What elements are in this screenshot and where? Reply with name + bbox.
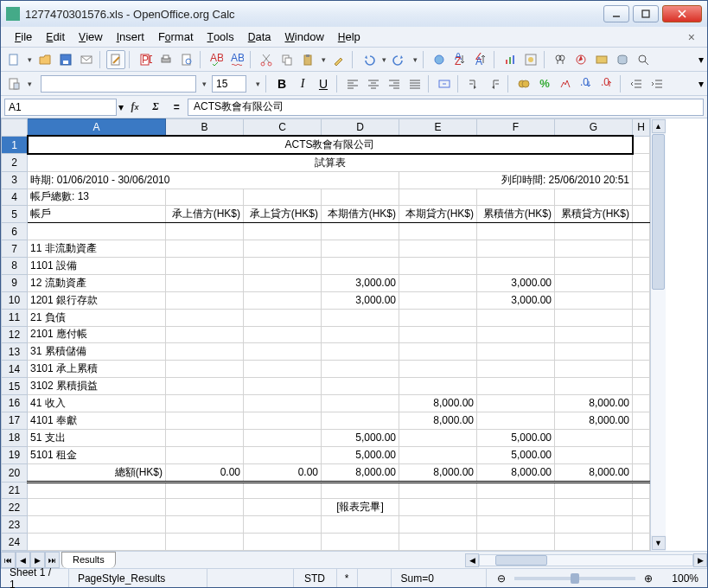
cell[interactable]: 3101 承上累積: [28, 361, 166, 378]
email-icon[interactable]: [77, 50, 96, 69]
cell[interactable]: 3,000.00: [322, 291, 399, 309]
cell[interactable]: 0.00: [244, 463, 322, 482]
cell[interactable]: 31 累積儲備: [28, 343, 166, 361]
paste-icon[interactable]: [298, 50, 317, 69]
percent-icon[interactable]: %: [535, 74, 554, 93]
cell[interactable]: 3,000.00: [322, 274, 399, 291]
cell[interactable]: [322, 309, 399, 326]
cell[interactable]: [555, 446, 633, 463]
cell[interactable]: [322, 412, 399, 429]
cell[interactable]: [244, 309, 322, 326]
col-header-F[interactable]: F: [477, 119, 555, 137]
formatbar-overflow[interactable]: ▾: [698, 78, 704, 90]
cell[interactable]: [244, 361, 322, 378]
cell[interactable]: 4101 奉獻: [28, 412, 166, 429]
cell[interactable]: 8,000.00: [555, 463, 633, 482]
row-header[interactable]: 13: [2, 343, 28, 361]
navigator-icon[interactable]: [571, 50, 590, 69]
cell[interactable]: 8,000.00: [399, 412, 477, 429]
copy-icon[interactable]: [277, 50, 297, 69]
cell[interactable]: [166, 309, 244, 326]
name-box[interactable]: [4, 99, 117, 116]
paintbrush-icon[interactable]: [329, 50, 348, 69]
standard-format-icon[interactable]: [556, 74, 575, 93]
cell[interactable]: 3,000.00: [477, 291, 555, 309]
sort-desc-icon[interactable]: ZA: [471, 50, 490, 69]
tab-next-icon[interactable]: ▶: [30, 552, 45, 568]
cell[interactable]: [166, 361, 244, 378]
show-draw-icon[interactable]: [521, 50, 540, 69]
cell[interactable]: 3,000.00: [477, 274, 555, 291]
cut-icon[interactable]: [257, 50, 276, 69]
cell[interactable]: [555, 274, 633, 291]
status-mode[interactable]: STD: [294, 569, 337, 587]
open-icon[interactable]: [35, 50, 54, 69]
cell[interactable]: [166, 291, 244, 309]
cell[interactable]: 2101 應付帳: [28, 326, 166, 343]
close-button[interactable]: [662, 5, 702, 22]
align-left-icon[interactable]: [343, 74, 362, 93]
dec-indent-icon[interactable]: [627, 74, 646, 93]
export-pdf-icon[interactable]: PDF: [136, 50, 155, 69]
row-header[interactable]: 10: [2, 291, 28, 309]
font-size-input[interactable]: [212, 75, 246, 93]
zoom-icon[interactable]: [634, 50, 653, 69]
zoom-control[interactable]: ⊖ ⊕: [487, 569, 663, 587]
row-header[interactable]: 5: [2, 206, 28, 223]
cell[interactable]: [166, 258, 244, 275]
cell[interactable]: [322, 394, 399, 412]
styles-dropdown[interactable]: ▾: [25, 80, 34, 88]
cell[interactable]: [166, 429, 244, 446]
cell[interactable]: [399, 240, 477, 258]
cell[interactable]: [399, 446, 477, 463]
menu-view[interactable]: View: [72, 28, 110, 46]
toolbar-overflow[interactable]: ▾: [698, 54, 704, 66]
cell[interactable]: [555, 240, 633, 258]
cell[interactable]: [244, 429, 322, 446]
cell[interactable]: 帳戶總數: 13: [28, 189, 166, 206]
cell[interactable]: [166, 412, 244, 429]
row-header[interactable]: 9: [2, 274, 28, 291]
menu-edit[interactable]: Edit: [39, 28, 72, 46]
menu-help[interactable]: Help: [331, 28, 367, 46]
sum-icon[interactable]: Σ: [146, 98, 165, 117]
row-header[interactable]: 24: [2, 534, 28, 551]
cell[interactable]: [166, 394, 244, 412]
rtl-icon[interactable]: [485, 74, 504, 93]
cell[interactable]: [244, 394, 322, 412]
tab-first-icon[interactable]: ⏮: [1, 552, 16, 568]
cell[interactable]: [477, 258, 555, 275]
cell[interactable]: [555, 361, 633, 378]
vertical-scrollbar[interactable]: ▲ ▼: [650, 118, 666, 551]
cell[interactable]: 本期貸方(HK$): [399, 206, 477, 223]
cell[interactable]: [244, 446, 322, 463]
cell[interactable]: [555, 378, 633, 395]
cell[interactable]: [399, 258, 477, 275]
cell[interactable]: [322, 378, 399, 395]
edit-doc-icon[interactable]: [106, 50, 125, 69]
new-dropdown[interactable]: ▾: [25, 55, 34, 64]
cell[interactable]: 12 流動資產: [28, 274, 166, 291]
name-box-dropdown[interactable]: ▾: [118, 101, 124, 113]
cell[interactable]: [244, 291, 322, 309]
row-header[interactable]: 15: [2, 378, 28, 395]
cell[interactable]: 承上貸方(HK$): [244, 206, 322, 223]
cell[interactable]: 21 負債: [28, 309, 166, 326]
cell[interactable]: [244, 240, 322, 258]
zoom-in-icon[interactable]: ⊕: [642, 572, 654, 585]
status-sum[interactable]: Sum=0: [392, 569, 487, 587]
cell[interactable]: [399, 378, 477, 395]
autospell-icon[interactable]: ABC: [227, 50, 246, 69]
cell[interactable]: [166, 326, 244, 343]
select-all-corner[interactable]: [2, 119, 28, 137]
menu-tools[interactable]: Tools: [201, 28, 241, 46]
row-header[interactable]: 11: [2, 309, 28, 326]
cell[interactable]: 5,000.00: [477, 429, 555, 446]
cell[interactable]: [555, 309, 633, 326]
scroll-thumb[interactable]: [652, 134, 665, 290]
cell[interactable]: [477, 343, 555, 361]
sort-asc-icon[interactable]: AZ: [450, 50, 469, 69]
cell[interactable]: 時期: 01/06/2010 - 30/06/2010: [28, 171, 399, 189]
add-decimal-icon[interactable]: .0: [577, 74, 596, 93]
sheet-tab-results[interactable]: Results: [61, 552, 116, 568]
